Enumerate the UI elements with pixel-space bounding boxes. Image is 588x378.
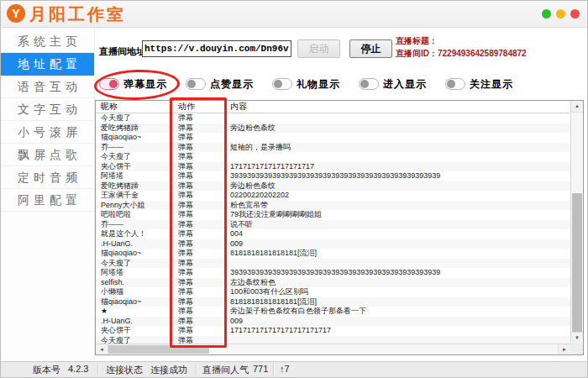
nickname-cell: 就是这个人！: [96, 229, 178, 239]
start-button[interactable]: 启动: [297, 39, 340, 58]
window-dot-yellow-icon[interactable]: [556, 9, 565, 18]
vertical-scrollbar[interactable]: ▲ ▼: [570, 101, 583, 344]
action-cell: 弹幕: [178, 268, 230, 278]
action-cell: 弹幕: [178, 162, 230, 172]
danmaku-log-table: 昵称 动作 内容 今天瘦了弹幕爱吃烤猪蹄弹幕旁边粉色条纹猫qiaoqiao~弹幕…: [95, 100, 584, 355]
window-controls: [542, 9, 580, 18]
scroll-left-arrow-icon[interactable]: ◄: [96, 344, 108, 354]
room-id-value: 7229493642589784872: [438, 49, 527, 58]
toggle-switch[interactable]: [272, 78, 292, 90]
action-cell: 弹幕: [178, 220, 230, 230]
table-row: 乔——弹幕说不听: [96, 220, 570, 230]
action-cell: 弹幕: [178, 191, 230, 201]
toggle-knob: [109, 80, 118, 88]
action-cell: 弹幕: [178, 326, 230, 336]
sidebar-item-7[interactable]: 定时音频: [1, 166, 94, 189]
nickname-cell: 夹心饼干: [96, 326, 178, 336]
nickname-cell: Penny大小姐: [96, 201, 178, 211]
vertical-scrollbar-thumb[interactable]: [572, 193, 582, 332]
toggle-knob: [447, 80, 455, 88]
content-cell: 3939393939393939393939393939393939393939…: [230, 171, 570, 181]
sidebar-item-3[interactable]: 语音互动: [1, 76, 94, 98]
toggle-row: 弹幕显示点赞显示礼物显示进入显示关注显示: [99, 76, 513, 92]
table-row: 今天瘦了弹幕: [96, 113, 570, 123]
sidebar-item-1[interactable]: 系统主页: [1, 30, 94, 53]
action-cell: 弹幕: [178, 317, 230, 327]
sidebar-item-4[interactable]: 文字互动: [1, 98, 94, 121]
scroll-right-arrow-icon[interactable]: ►: [558, 344, 570, 354]
action-cell: 弹幕: [178, 201, 230, 211]
content-cell: 左边条纹粉色: [230, 278, 570, 288]
sidebar-item-6[interactable]: 飘屏点歌: [1, 144, 94, 166]
action-cell: 弹幕: [178, 336, 230, 344]
table-row: 就是这个人！弹幕004: [96, 229, 570, 239]
toggle-knob: [360, 80, 369, 88]
nickname-cell: 阿塔塔: [96, 268, 178, 278]
content-cell: 3939393939393939393939393939393939393939…: [230, 268, 570, 278]
content-cell: [230, 152, 570, 162]
app-window: { "window": { "title": "月阳工作室", "logo_le…: [0, 0, 588, 378]
version-value: 4.2.3: [68, 364, 88, 374]
nickname-cell: ★: [96, 307, 178, 317]
app-logo-icon: Y: [7, 4, 25, 23]
app-title: 月阳工作室: [29, 3, 126, 26]
action-cell: 弹幕: [178, 239, 230, 249]
toggle-switch[interactable]: [445, 78, 465, 90]
table-row: ★弹幕旁边架子粉色条纹有白色领子那条看一下: [96, 307, 570, 317]
nickname-cell: 王家俩千金: [96, 191, 178, 201]
content-cell: 004: [230, 229, 570, 239]
toggle-label: 礼物显示: [297, 77, 340, 92]
toggle-switch[interactable]: [359, 78, 379, 90]
popularity-trend: ↑7: [280, 364, 290, 374]
live-room-id-line: 直播间ID：7229493642589784872: [396, 48, 527, 60]
table-row: 猫qiaoqiao~弹幕: [96, 133, 570, 143]
version-label: 版本号: [33, 364, 60, 376]
nickname-cell: 今天瘦了: [96, 259, 178, 269]
nickname-cell: 小懒猫: [96, 287, 178, 297]
content-cell: 8181818181818181[流泪]: [230, 297, 570, 307]
table-body: 今天瘦了弹幕爱吃烤猪蹄弹幕旁边粉色条纹猫qiaoqiao~弹幕乔——弹幕短袖的，…: [96, 113, 570, 344]
toggle-switch[interactable]: [186, 78, 206, 90]
nickname-cell: 吧啦吧啦: [96, 210, 178, 220]
sidebar-item-2[interactable]: 地址配置: [1, 53, 94, 76]
nickname-cell: 猫qiaoqiao~: [96, 133, 178, 143]
connection-value: 连接成功: [150, 364, 187, 376]
table-row: 吧啦吧啦弹幕79我还没注意唰唰唰唰姐姐: [96, 210, 570, 220]
window-dot-green-icon[interactable]: [542, 9, 551, 18]
action-cell: 弹幕: [178, 123, 230, 134]
toggle-group-3: 礼物显示: [272, 77, 340, 92]
content-cell: 009: [230, 317, 570, 327]
table-row: Penny大小姐弹幕粉色宽吊带: [96, 201, 570, 211]
toggle-switch[interactable]: [99, 78, 119, 90]
table-row: 小懒猫弹幕100和003有什么区别吗: [96, 287, 570, 297]
content-cell: 8181818181818181[流泪]: [230, 249, 570, 259]
window-dot-red-icon[interactable]: [570, 9, 580, 18]
table-row: 爱吃烤猪蹄弹幕旁边粉色条纹: [96, 181, 570, 192]
scroll-down-arrow-icon[interactable]: ▼: [571, 332, 583, 344]
nickname-cell: 今天瘦了: [96, 152, 178, 162]
status-bar: 版本号 4.2.3 连接状态 连接成功 直播间人气 771 ↑7: [1, 361, 587, 377]
table-header: 昵称 动作 内容: [96, 101, 570, 113]
action-cell: 弹幕: [178, 181, 230, 192]
room-id-label: 直播间ID：: [396, 49, 438, 58]
sidebar-item-8[interactable]: 阿里配置: [1, 189, 94, 212]
scroll-up-arrow-icon[interactable]: ▲: [571, 101, 583, 113]
toggle-group-1: 弹幕显示: [99, 77, 167, 92]
table-row: 今天瘦了弹幕: [96, 259, 570, 269]
column-header-nickname: 昵称: [96, 101, 178, 113]
horizontal-scrollbar[interactable]: ◄ ►: [96, 344, 570, 354]
horizontal-scrollbar-thumb[interactable]: [108, 345, 209, 354]
sidebar-item-5[interactable]: 小号滚屏: [1, 121, 94, 144]
room-address-input[interactable]: [142, 40, 291, 57]
content-cell: 旁边架子粉色条纹有白色领子那条看一下: [230, 307, 570, 317]
connection-label: 连接状态: [106, 364, 143, 376]
toggle-group-4: 进入显示: [359, 77, 427, 92]
toggle-label: 进入显示: [383, 77, 427, 92]
content-cell: [230, 113, 570, 123]
content-cell: 短袖的，是录播吗: [230, 143, 570, 153]
action-cell: 弹幕: [178, 278, 230, 288]
content-cell: 009: [230, 239, 570, 249]
nickname-cell: 猫qiaoqiao~: [96, 249, 178, 259]
stop-button[interactable]: 停止: [349, 39, 392, 58]
status-separator: [97, 364, 99, 375]
